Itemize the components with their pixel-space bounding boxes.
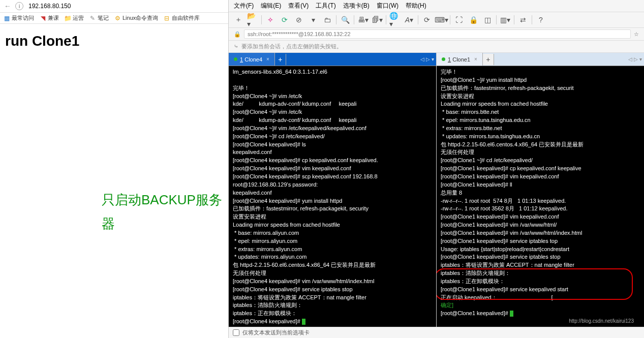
bookmark-linux[interactable]: ⚙Linux命令查询	[114, 14, 158, 22]
status-bar: 仅将文本发送到当前选项卡	[229, 327, 644, 338]
reconnect-button[interactable]: ⟳	[279, 14, 290, 25]
menu-tabs[interactable]: 选项卡(B)	[343, 2, 370, 10]
pane-right: 1 Clone1 × + ◁ ▷ ▾ 完毕！ [root@Clone1 ~]# …	[436, 53, 644, 327]
annotation-overlay: 只启动BACKUP服务器	[102, 188, 228, 236]
lock-button[interactable]: 🔒	[468, 14, 479, 25]
page-heading: run Clone1	[0, 24, 228, 58]
disconnect-button[interactable]: ⊘	[293, 14, 304, 25]
status-text: 仅将文本发送到当前选项卡	[242, 329, 310, 336]
folder-button[interactable]: 🗀	[322, 14, 333, 25]
menu-edit[interactable]: 编辑(E)	[261, 2, 281, 10]
back-button[interactable]: ←	[3, 2, 12, 11]
session-address-bar: 🔒 ssh://root:************@192.168.80.132…	[229, 28, 644, 41]
bookmark-jianke[interactable]: ◥兼课	[39, 14, 59, 22]
hint-bar: ⤷ 要添加当前会话，点击左侧的箭头按钮。	[229, 41, 644, 53]
add-tab-right[interactable]: +	[483, 54, 494, 65]
status-dot-icon	[234, 57, 237, 61]
terminal-right[interactable]: 完毕！ [root@Clone1 ~]# yum install httpd 已…	[437, 66, 644, 327]
split-panes: 1 Clone4 × + ◁ ▷ ▾ lm_sensors-libs.x86_6…	[229, 53, 644, 327]
bookmarks-bar: ▦最常访问 ◥兼课 📁运营 ✎笔记 ⚙Linux命令查询 ⊟自由软件库	[0, 13, 228, 24]
new-tab-button[interactable]: ＋	[233, 14, 244, 25]
tabbar-right: 1 Clone1 × + ◁ ▷ ▾	[437, 53, 644, 66]
hint-text: 要添加当前会话，点击左侧的箭头按钮。	[241, 43, 342, 50]
fullscreen-button[interactable]: ⛶	[453, 14, 465, 25]
info-icon[interactable]: i	[15, 2, 23, 10]
url-input[interactable]	[26, 2, 225, 11]
close-tab-icon[interactable]: ×	[474, 56, 477, 62]
props-button[interactable]: ▾	[308, 14, 319, 25]
copy-button[interactable]: 🖶▾	[357, 14, 369, 25]
search-button[interactable]: 🔍	[340, 14, 351, 25]
help-button[interactable]: ?	[535, 14, 546, 25]
lock-icon: 🔒	[234, 31, 241, 38]
tab-nav-left[interactable]: ◁ ▷ ▾	[420, 56, 436, 62]
font-button[interactable]: A▾	[404, 14, 415, 25]
menu-tools[interactable]: 工具(T)	[316, 2, 335, 10]
status-dot-icon	[442, 57, 445, 61]
send-to-current-checkbox[interactable]	[233, 329, 239, 336]
menu-file[interactable]: 文件(F)	[234, 2, 254, 10]
open-button[interactable]: 📂▾	[247, 14, 258, 25]
toolbar: ＋ 📂▾ ✧ ⟳ ⊘ ▾ 🗀 🔍 🖶▾ 🗐▾ 🌐▾ A▾ ⟳ ⌨▾ ⛶ 🔒 ◫ …	[229, 12, 644, 28]
menu-window[interactable]: 窗口(W)	[377, 2, 398, 10]
tab-clone1[interactable]: 1 Clone1 ×	[437, 53, 483, 66]
bookmark-yunying[interactable]: 📁运营	[64, 14, 84, 22]
session-address[interactable]: ssh://root:************@192.168.80.132:2…	[244, 29, 631, 39]
menu-bar: 文件(F) 编辑(E) 查看(V) 工具(T) 选项卡(B) 窗口(W) 帮助(…	[229, 0, 644, 12]
terminal-left[interactable]: lm_sensors-libs.x86_64 0:3.1.1-17.el6 完毕…	[229, 66, 436, 327]
close-tab-icon[interactable]: ×	[266, 56, 269, 62]
menu-view[interactable]: 查看(V)	[288, 2, 309, 10]
tab-nav-right[interactable]: ◁ ▷ ▾	[628, 56, 644, 62]
bookmark-most-visited[interactable]: ▦最常访问	[3, 14, 34, 22]
add-tab-left[interactable]: +	[275, 54, 286, 65]
sidebar-button[interactable]: ◫	[482, 14, 493, 25]
bookmark-freesoft[interactable]: ⊟自由软件库	[163, 14, 200, 22]
paste-button[interactable]: 🗐▾	[372, 14, 383, 25]
pane-left: 1 Clone4 × + ◁ ▷ ▾ lm_sensors-libs.x86_6…	[229, 53, 436, 327]
sync-button[interactable]: ⇄	[517, 14, 529, 25]
tabbar-left: 1 Clone4 × + ◁ ▷ ▾	[229, 53, 436, 66]
refresh-button[interactable]: ⟳	[421, 14, 433, 25]
terminal-app: 文件(F) 编辑(E) 查看(V) 工具(T) 选项卡(B) 窗口(W) 帮助(…	[229, 0, 644, 338]
hint-arrow-icon[interactable]: ⤷	[234, 43, 238, 50]
wand-button[interactable]: ✧	[265, 14, 276, 25]
tab-clone4[interactable]: 1 Clone4 ×	[229, 53, 275, 66]
keys-button[interactable]: ⌨▾	[436, 14, 447, 25]
layout-button[interactable]: ▥▾	[500, 14, 511, 25]
menu-help[interactable]: 帮助(H)	[406, 2, 426, 10]
browser-window: ← i ▦最常访问 ◥兼课 📁运营 ✎笔记 ⚙Linux命令查询 ⊟自由软件库 …	[0, 0, 229, 338]
bookmark-notes[interactable]: ✎笔记	[89, 14, 109, 22]
star-icon[interactable]: ☆	[634, 31, 639, 38]
globe-button[interactable]: 🌐▾	[389, 14, 401, 25]
browser-addr-bar: ← i	[0, 0, 228, 13]
